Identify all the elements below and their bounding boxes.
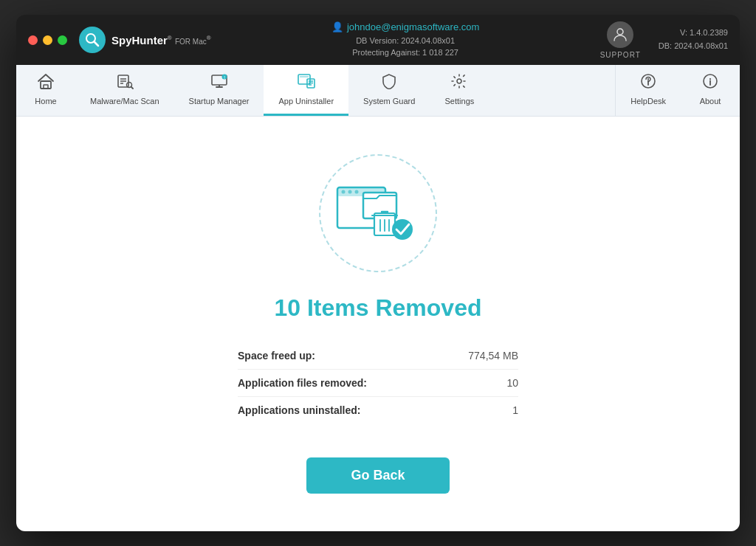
nav-malware-scan[interactable]: Malware/Mac Scan <box>75 65 174 116</box>
svg-line-1 <box>94 42 99 46</box>
stat-value-space: 774,54 MB <box>468 350 518 362</box>
titlebar: SpyHunter® FOR Mac® 👤 johndoe@enigmasoft… <box>16 15 740 65</box>
nav-about[interactable]: About <box>681 65 740 116</box>
svg-line-10 <box>131 87 133 89</box>
settings-icon <box>450 73 468 94</box>
system-guard-icon <box>380 73 398 94</box>
uninstall-result-icon <box>334 176 422 250</box>
nav-right: HelpDesk About <box>615 65 740 116</box>
maximize-button[interactable] <box>58 35 67 45</box>
header-right: SUPPORT V: 1.4.0.2389 DB: 2024.04.08x01 <box>600 21 728 59</box>
nav-system-guard-label: System Guard <box>363 97 415 106</box>
svg-rect-4 <box>44 85 48 89</box>
svg-point-32 <box>348 190 352 194</box>
stat-row-apps: Applications uninstalled: 1 <box>238 397 518 424</box>
svg-point-2 <box>617 29 623 35</box>
main-content: 10 Items Removed Space freed up: 774,54 … <box>16 117 740 531</box>
nav-spacer <box>489 65 615 116</box>
nav-helpdesk-label: HelpDesk <box>630 97 666 106</box>
app-uninstaller-icon <box>297 73 316 94</box>
header-center: 👤 johndoe@enigmasoftware.com DB Version:… <box>211 21 600 59</box>
nav-settings-label: Settings <box>445 97 475 106</box>
nav-home[interactable]: Home <box>16 65 75 116</box>
stat-label-apps: Applications uninstalled: <box>238 404 360 416</box>
result-icon-container <box>319 154 437 272</box>
svg-point-22 <box>457 79 461 83</box>
nav-system-guard[interactable]: System Guard <box>348 65 430 116</box>
stat-label-files: Application files removed: <box>238 377 367 389</box>
svg-rect-17 <box>300 76 309 77</box>
minimize-button[interactable] <box>43 35 52 45</box>
startup-manager-icon: ! <box>210 73 228 94</box>
db-info: DB Version: 2024.04.08x01 Protecting Aga… <box>352 35 458 59</box>
version-info: V: 1.4.0.2389 DB: 2024.04.08x01 <box>659 27 728 52</box>
support-button[interactable]: SUPPORT <box>600 21 641 59</box>
svg-point-41 <box>392 219 413 240</box>
logo-icon <box>79 27 106 53</box>
nav-home-label: Home <box>35 97 56 106</box>
close-button[interactable] <box>28 35 38 45</box>
go-back-button[interactable]: Go Back <box>306 457 449 494</box>
nav-app-uninstaller[interactable]: App Uninstaller <box>264 65 348 116</box>
malware-scan-icon <box>116 73 134 94</box>
stat-row-files: Application files removed: 10 <box>238 370 518 397</box>
svg-point-31 <box>342 190 346 194</box>
nav-helpdesk[interactable]: HelpDesk <box>616 65 681 116</box>
nav-about-label: About <box>700 97 721 106</box>
nav-startup-manager[interactable]: ! Startup Manager <box>174 65 264 116</box>
nav-settings[interactable]: Settings <box>430 65 489 116</box>
about-icon <box>701 73 719 94</box>
user-icon: 👤 <box>331 21 343 32</box>
user-email: 👤 johndoe@enigmasoftware.com <box>331 21 479 32</box>
helpdesk-icon <box>639 73 657 94</box>
home-icon <box>37 73 55 94</box>
logo-text: SpyHunter® FOR Mac® <box>111 34 211 46</box>
stats-section: Space freed up: 774,54 MB Application fi… <box>238 342 518 424</box>
stat-value-apps: 1 <box>512 404 518 416</box>
nav-startup-manager-label: Startup Manager <box>189 97 250 106</box>
nav-malware-scan-label: Malware/Mac Scan <box>90 97 159 106</box>
result-title: 10 Items Removed <box>274 294 481 322</box>
stat-row-space: Space freed up: 774,54 MB <box>238 342 518 370</box>
navbar: Home Malware/Mac Scan <box>16 65 740 117</box>
nav-app-uninstaller-label: App Uninstaller <box>278 97 334 106</box>
stat-value-files: 10 <box>506 377 518 389</box>
main-window: SpyHunter® FOR Mac® 👤 johndoe@enigmasoft… <box>16 15 740 531</box>
support-icon <box>607 21 633 48</box>
svg-point-33 <box>355 190 359 194</box>
support-label: SUPPORT <box>600 51 641 59</box>
stat-label-space: Space freed up: <box>238 350 315 362</box>
logo-area: SpyHunter® FOR Mac® <box>79 27 211 53</box>
traffic-lights <box>28 35 67 45</box>
